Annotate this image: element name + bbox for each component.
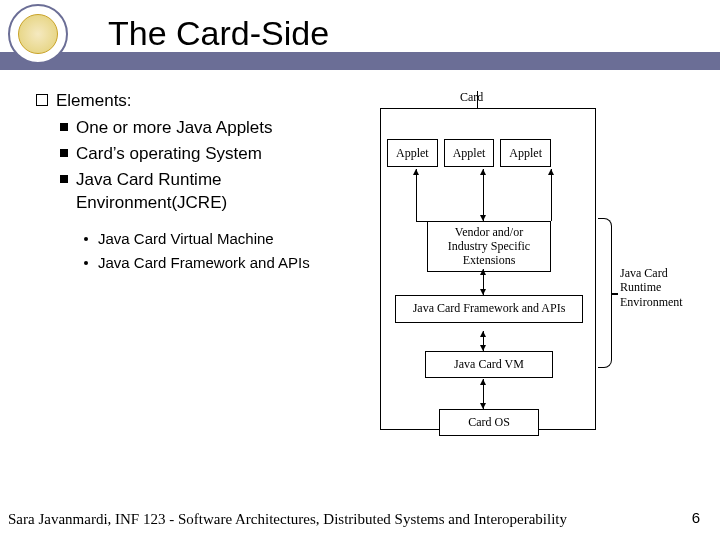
university-seal <box>8 4 68 64</box>
header-band <box>0 52 720 70</box>
slide-title: The Card-Side <box>108 14 329 53</box>
diagram-vm-box: Java Card VM <box>425 351 553 378</box>
list-text: Card’s operating System <box>76 143 262 166</box>
diagram-framework-box: Java Card Framework and APIs <box>395 295 583 323</box>
dot-bullet-icon <box>84 237 88 241</box>
diagram-card-label: Card <box>460 90 483 105</box>
square-bullet-icon <box>60 175 68 183</box>
footer-text: Sara Javanmardi, INF 123 - Software Arch… <box>8 511 567 528</box>
outline: Elements: One or more Java Applets Card’… <box>36 90 366 275</box>
dot-bullet-icon <box>84 261 88 265</box>
diagram-os-box: Card OS <box>439 409 539 436</box>
diagram-vendor-box: Vendor and/or Industry Specific Extensio… <box>427 221 551 272</box>
diagram-jcre-label: Java Card Runtime Environment <box>620 266 710 309</box>
diagram-applet-box: Applet <box>387 139 438 167</box>
arrow-icon <box>483 269 484 295</box>
list-item: Elements: <box>36 90 366 113</box>
square-bullet-icon <box>60 123 68 131</box>
applet-row: Applet Applet Applet <box>387 139 591 167</box>
list-item: Java Card Virtual Machine <box>84 229 366 249</box>
architecture-diagram: Card Applet Applet Applet Vendor and/or … <box>380 90 710 450</box>
list-text: One or more Java Applets <box>76 117 273 140</box>
arrow-icon <box>416 169 417 221</box>
arrow-icon <box>483 169 484 221</box>
list-item: Java Card Runtime Environment(JCRE) <box>60 169 366 215</box>
list-item: One or more Java Applets <box>60 117 366 140</box>
seal-icon <box>18 14 58 54</box>
diagram-applet-box: Applet <box>500 139 551 167</box>
diagram-card-box: Applet Applet Applet Vendor and/or Indus… <box>380 108 596 430</box>
list-text: Elements: <box>56 90 132 113</box>
hollow-square-bullet-icon <box>36 94 48 106</box>
list-text: Java Card Virtual Machine <box>98 229 274 249</box>
list-text: Java Card Framework and APIs <box>98 253 310 273</box>
brace-icon <box>598 218 612 368</box>
arrow-icon <box>483 331 484 351</box>
page-number: 6 <box>692 509 700 526</box>
diagram-applet-box: Applet <box>444 139 495 167</box>
list-item: Card’s operating System <box>60 143 366 166</box>
arrow-icon <box>551 169 552 221</box>
arrow-icon <box>483 379 484 409</box>
list-text: Java Card Runtime Environment(JCRE) <box>76 169 366 215</box>
square-bullet-icon <box>60 149 68 157</box>
list-item: Java Card Framework and APIs <box>84 253 366 273</box>
